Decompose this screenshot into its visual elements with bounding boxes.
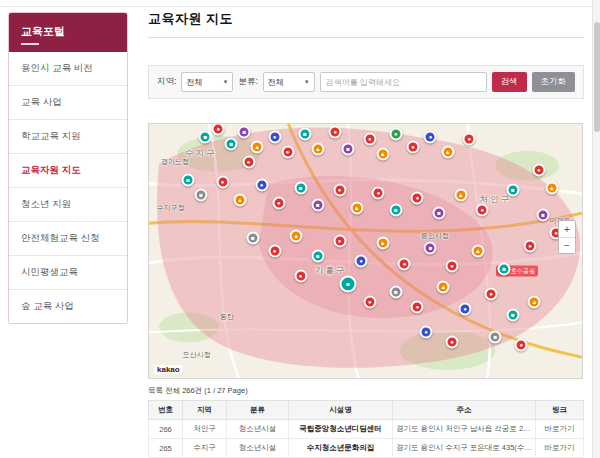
go-link[interactable]: 바로가기 <box>545 443 575 452</box>
map-marker[interactable]: ■ <box>311 199 324 212</box>
map-canvas[interactable]: 경기도청수지구청용인시청오산시청마평동동탄수지구기흥구처인구동백호수공원 ■●■… <box>148 123 583 379</box>
map-marker[interactable]: ● <box>363 133 376 146</box>
map-marker[interactable]: ■ <box>424 242 437 255</box>
map-marker[interactable]: ● <box>281 145 294 158</box>
top-divider <box>0 6 592 7</box>
map-marker[interactable]: ● <box>255 178 268 191</box>
map-marker[interactable]: ● <box>329 125 342 138</box>
map-marker[interactable]: ■ <box>340 276 357 293</box>
map-marker[interactable]: ● <box>389 128 402 141</box>
scrollbar[interactable] <box>592 0 600 458</box>
map-marker[interactable]: ● <box>524 239 537 252</box>
map-marker[interactable]: ▲ <box>233 194 246 207</box>
sidebar-item-0[interactable]: 용인시 교육 비전 <box>9 52 127 86</box>
map-marker[interactable]: ■ <box>506 308 519 321</box>
go-link[interactable]: 바로가기 <box>545 424 575 433</box>
map-marker[interactable]: ■ <box>246 232 259 245</box>
map-marker[interactable]: ● <box>268 130 281 143</box>
map-marker[interactable]: ■ <box>294 181 307 194</box>
map-marker[interactable]: ● <box>333 184 346 197</box>
kakao-logo[interactable]: kakao <box>154 365 183 374</box>
map-marker[interactable]: ● <box>446 260 459 273</box>
map-marker[interactable]: ▲ <box>441 145 454 158</box>
map-marker[interactable]: ● <box>532 163 545 176</box>
column-header: 링크 <box>536 401 584 420</box>
sidebar-menu: 용인시 교육 비전교육 사업학교교육 지원교육자원 지도청소년 지원안전체험교육… <box>9 52 127 323</box>
map-marker[interactable]: ■ <box>489 331 502 344</box>
map-marker[interactable]: ■ <box>537 209 550 222</box>
map-marker[interactable]: ▲ <box>376 237 389 250</box>
map-marker[interactable]: ● <box>242 156 255 169</box>
search-input[interactable] <box>320 72 487 92</box>
map-marker[interactable]: ■ <box>225 138 238 151</box>
sidebar-item-6[interactable]: 시민평생교육 <box>9 256 127 290</box>
map-marker[interactable]: ▲ <box>376 148 389 161</box>
map-marker[interactable]: ● <box>459 303 472 316</box>
facility-link-cell: 바로가기 <box>536 439 584 458</box>
map-marker[interactable]: ■ <box>199 130 212 143</box>
list-summary: 목록 전체 266건 (1 / 27 Page) <box>148 386 584 396</box>
map-marker[interactable]: ■ <box>311 250 324 263</box>
map-marker[interactable]: ● <box>485 288 498 301</box>
map-marker[interactable]: ▲ <box>437 280 450 293</box>
map-marker[interactable]: ■ <box>389 285 402 298</box>
sidebar-item-3[interactable]: 교육자원 지도 <box>9 154 127 188</box>
scrollbar-thumb[interactable] <box>594 22 600 132</box>
map-marker[interactable]: ● <box>407 140 420 153</box>
map-marker[interactable]: ■ <box>498 262 511 275</box>
map-marker[interactable]: ● <box>446 336 459 349</box>
sidebar-item-7[interactable]: 숲 교육 사업 <box>9 290 127 323</box>
map-marker[interactable]: ● <box>372 186 385 199</box>
sidebar-item-1[interactable]: 교육 사업 <box>9 86 127 120</box>
map-marker[interactable]: ■ <box>433 206 446 219</box>
map-marker[interactable]: ● <box>411 191 424 204</box>
map-marker[interactable]: ● <box>424 130 437 143</box>
reset-button[interactable]: 초기화 <box>532 72 576 92</box>
map-marker[interactable]: ■ <box>298 128 311 141</box>
map-marker[interactable]: ● <box>398 257 411 270</box>
chevron-down-icon: ▼ <box>304 79 310 85</box>
facility-no: 265 <box>149 439 183 458</box>
map-marker[interactable]: ▲ <box>528 295 541 308</box>
map-marker[interactable]: ■ <box>194 189 207 202</box>
map-marker[interactable]: ▲ <box>545 181 558 194</box>
zoom-in-button[interactable]: + <box>559 221 575 237</box>
sidebar-item-2[interactable]: 학교교육 지원 <box>9 120 127 154</box>
table-row: 265수지구청소년시설수지청소년문화의집경기도 용인시 수지구 포은대로 435… <box>149 439 584 458</box>
category-select[interactable]: 전체 ▼ <box>263 72 315 92</box>
map-marker[interactable]: ▲ <box>472 245 485 258</box>
category-label: 분류: <box>238 76 257 88</box>
map-marker[interactable]: ● <box>355 255 368 268</box>
map-marker[interactable]: ● <box>463 133 476 146</box>
map-marker[interactable]: ▲ <box>454 189 467 202</box>
map-marker[interactable]: ▲ <box>251 140 264 153</box>
map-marker[interactable]: ● <box>476 204 489 217</box>
sidebar-item-5[interactable]: 안전체험교육 신청 <box>9 222 127 256</box>
map-marker[interactable]: ● <box>333 234 346 247</box>
region-select[interactable]: 전체 ▼ <box>181 72 233 92</box>
map-marker[interactable]: ● <box>420 326 433 339</box>
sidebar-item-4[interactable]: 청소년 지원 <box>9 188 127 222</box>
map-marker[interactable]: ■ <box>181 173 194 186</box>
map-marker[interactable]: ▲ <box>290 229 303 242</box>
column-header: 지역 <box>183 401 227 420</box>
map-marker[interactable]: ● <box>294 270 307 283</box>
facility-address: 경기도 용인시 처인구 남사읍 각궁로 252-76 <box>393 420 536 439</box>
zoom-out-button[interactable]: − <box>559 237 575 253</box>
facility-address: 경기도 용인시 수지구 포은대로 435(수지구청 제2청사 1, 5층) <box>393 439 536 458</box>
map-marker[interactable]: ● <box>363 295 376 308</box>
map-marker[interactable]: ● <box>411 300 424 313</box>
facility-no: 266 <box>149 420 183 439</box>
map-marker[interactable]: ■ <box>506 184 519 197</box>
map-marker[interactable]: ● <box>216 176 229 189</box>
map-marker[interactable]: ● <box>268 245 281 258</box>
map-marker[interactable]: ■ <box>238 125 251 138</box>
map-marker[interactable]: ▲ <box>311 143 324 156</box>
map-marker[interactable]: ● <box>272 196 285 209</box>
map-marker[interactable]: ■ <box>389 204 402 217</box>
map-marker[interactable]: ● <box>515 338 528 351</box>
map-marker[interactable]: ● <box>212 123 225 136</box>
map-marker[interactable]: ▲ <box>350 201 363 214</box>
search-button[interactable]: 검색 <box>492 72 527 92</box>
map-marker[interactable]: ■ <box>342 143 355 156</box>
